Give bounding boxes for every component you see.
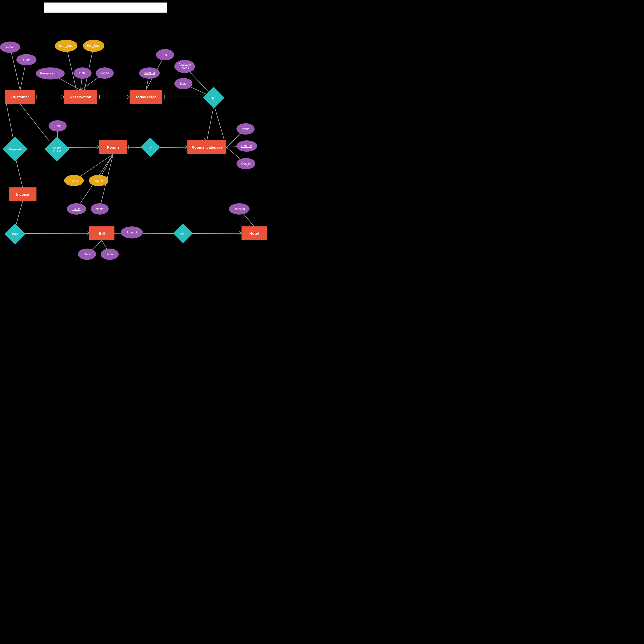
svg-line-59 — [207, 106, 214, 140]
svg-line-29 — [65, 147, 99, 148]
entity-roomscategory: Rooms_category — [187, 140, 226, 154]
svg-line-48 — [87, 231, 89, 233]
entity-rooms: Rooms — [99, 140, 127, 154]
attr-amount: Amount — [121, 226, 143, 238]
entity-hotel: Hotel — [241, 226, 267, 240]
entity-todayprice: Today Price — [130, 90, 162, 104]
attr-end_date: End_Date — [83, 40, 104, 52]
attr-email: e-mail — [0, 42, 20, 53]
svg-line-47 — [23, 233, 89, 234]
attr-bill_id: Bill_id — [67, 203, 86, 215]
entity-customer: Customer — [5, 90, 35, 104]
svg-line-34 — [157, 147, 187, 148]
svg-line-35 — [185, 145, 187, 147]
attr-hotel_id1: Hotel_id — [139, 67, 160, 79]
attr-date2: Date — [174, 78, 192, 89]
entity-reservation: Reservation — [64, 90, 97, 104]
entity-bill: Bill — [89, 226, 114, 240]
attr-period: Period — [96, 67, 114, 79]
title-box — [44, 3, 167, 13]
entity-invoice: Invoice — [9, 187, 36, 201]
svg-line-28 — [20, 104, 49, 141]
attr-price: Price — [156, 49, 174, 60]
attr-hotel_id3: Hotel_id — [229, 203, 250, 215]
svg-line-54 — [191, 233, 241, 234]
attr-hotel_id2: Hotel_id — [236, 140, 257, 152]
attr-type: Type — [101, 249, 119, 260]
attr-lname: lname — [64, 175, 84, 186]
svg-line-13 — [61, 95, 64, 97]
attr-name2: Name — [236, 123, 255, 135]
svg-line-36 — [185, 147, 187, 149]
svg-line-45 — [16, 201, 23, 226]
svg-line-18 — [127, 95, 130, 97]
attr-cus_id: Cus_id — [236, 158, 255, 169]
svg-line-56 — [239, 233, 241, 235]
svg-line-31 — [97, 147, 99, 149]
attr-reservation_id: Reservation_id — [36, 67, 65, 79]
svg-line-60 — [205, 138, 207, 140]
svg-line-55 — [239, 231, 241, 233]
attr-gid: GId# — [16, 54, 36, 65]
svg-line-27 — [15, 156, 23, 187]
svg-line-19 — [127, 97, 130, 99]
attr-date3: Date — [49, 120, 67, 132]
svg-line-49 — [87, 233, 89, 235]
svg-line-14 — [61, 97, 64, 99]
attr-name1: Name — [91, 203, 109, 215]
attr-fname: fname — [89, 175, 108, 186]
attr-available_rooms: Available rooms — [174, 60, 195, 73]
svg-line-0 — [10, 47, 20, 90]
svg-line-30 — [97, 145, 99, 147]
attr-date1: Date — [73, 67, 92, 79]
attr-start_date: Start_Date — [55, 40, 77, 52]
attr-date4: Date — [78, 249, 96, 260]
